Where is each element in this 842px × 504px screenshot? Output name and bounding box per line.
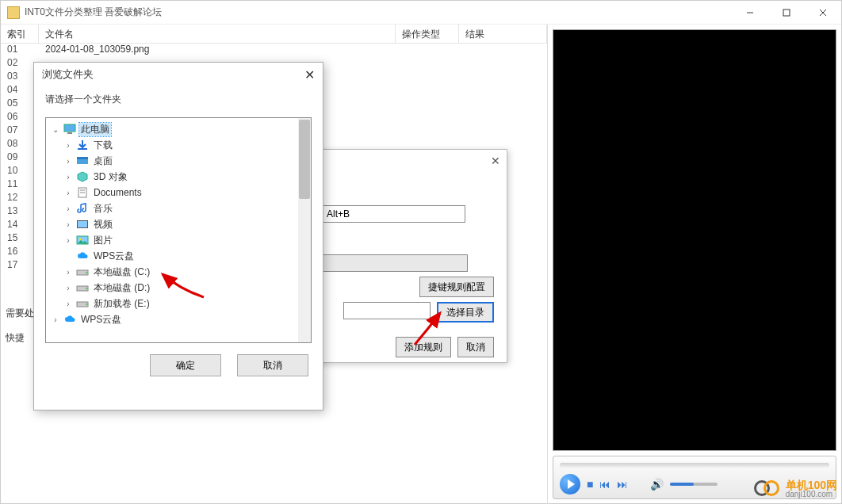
drive-icon [76,298,89,309]
col-op[interactable]: 操作类型 [396,25,459,43]
tree-node[interactable]: ›图片 [46,232,311,248]
seek-slider[interactable] [560,463,829,468]
row-filename: 2024-01-08_103059.png [39,44,547,57]
app-icon [7,6,20,19]
prev-icon[interactable]: ⏮ [599,478,610,491]
hotkey-input[interactable] [323,205,465,223]
tree-node-label: 本地磁盘 (D:) [92,281,151,295]
3d-icon [76,171,89,182]
folder-tree[interactable]: ⌄此电脑›下载›桌面›3D 对象›Documents›音乐›视频›图片WPS云盘… [45,117,312,343]
add-rule-button[interactable]: 添加规则 [396,337,451,357]
tree-node[interactable]: ›本地磁盘 (C:) [46,264,311,280]
tree-node[interactable]: ›Documents [46,185,311,200]
tree-node-label: WPS云盘 [92,250,136,263]
tree-node-label: 视频 [92,218,114,231]
rule-config-button[interactable]: 捷键规则配置 [419,277,494,297]
tree-node[interactable]: WPS云盘 [46,248,311,264]
cloud-icon [63,314,76,325]
watermark: 单机100网 danji100.com [754,479,837,499]
preview-viewport[interactable] [553,29,836,451]
svg-rect-5 [67,132,72,134]
folder-ok-button[interactable]: 确定 [150,354,221,376]
tree-node[interactable]: ›3D 对象 [46,169,311,185]
rule-dialog-close-icon[interactable]: ✕ [491,155,500,167]
rule-cancel-button[interactable]: 取消 [457,337,494,357]
tree-expand-icon[interactable]: › [63,204,73,213]
folder-cancel-button[interactable]: 取消 [237,354,308,376]
tree-node-label: 下载 [92,139,114,152]
folder-dialog-title: 浏览文件夹 [42,67,94,82]
tree-expand-icon[interactable]: › [63,268,73,277]
tree-expand-icon[interactable]: › [63,284,73,292]
minimize-button[interactable] [732,1,768,25]
tree-node[interactable]: ›音乐 [46,200,311,216]
tree-expand-icon[interactable]: › [51,315,60,324]
svg-point-21 [86,304,87,305]
tree-node-label: 新加载卷 (E:) [92,297,151,311]
tree-node-label: 此电脑 [79,123,111,136]
label-shortcut: 快捷 [6,331,34,345]
tree-node[interactable]: ›本地磁盘 (D:) [46,280,311,296]
svg-point-17 [86,272,87,273]
row-index: 01 [1,44,39,57]
close-icon [819,9,827,17]
svg-rect-1 [783,10,790,16]
tree-node-label: 本地磁盘 (C:) [92,265,151,279]
tree-node[interactable]: ›下载 [46,137,311,153]
desktop-icon [76,155,89,166]
svg-rect-13 [78,221,87,227]
watermark-logo-icon [754,479,781,499]
folder-dialog-close-icon[interactable]: ✕ [304,67,315,82]
volume-slider[interactable] [670,483,718,486]
tree-expand-icon[interactable]: ⌄ [51,125,60,134]
col-name[interactable]: 文件名 [39,25,396,43]
rule-select[interactable] [323,254,468,272]
stop-icon[interactable]: ■ [587,478,593,491]
drive-icon [76,266,89,277]
tree-node[interactable]: ⌄此电脑 [46,121,311,137]
label-need-process: 需要处 [6,307,34,320]
file-row[interactable]: 012024-01-08_103059.png [1,44,547,57]
close-button[interactable] [805,1,841,25]
svg-point-19 [86,288,87,289]
tree-node-label: 3D 对象 [92,170,129,184]
download-icon [76,139,89,151]
col-result[interactable]: 结果 [459,25,547,43]
tree-expand-icon[interactable]: › [63,189,73,197]
tree-expand-icon[interactable]: › [63,220,73,229]
tree-scrollbar[interactable] [298,118,311,342]
drive-icon [76,282,89,293]
volume-icon[interactable]: 🔊 [650,478,664,491]
rule-dialog-titlebar: ✕ [314,150,507,172]
doc-icon [76,187,89,198]
titlebar: INT0文件分类整理 吾爱破解论坛 [1,1,841,25]
folder-dialog-buttons: 确定 取消 [34,343,323,388]
tree-node[interactable]: ›WPS云盘 [46,311,311,327]
minimize-icon [746,9,754,17]
tree-node[interactable]: ›新加载卷 (E:) [46,296,311,311]
tree-node[interactable]: ›视频 [46,216,311,232]
tree-node-label: 图片 [92,234,114,247]
tree-expand-icon[interactable]: › [63,173,73,181]
window-controls [732,1,841,25]
next-icon[interactable]: ⏭ [617,478,628,491]
folder-dialog-titlebar: 浏览文件夹 ✕ [34,63,323,86]
tree-expand-icon[interactable]: › [63,141,73,150]
folder-dialog-subtitle: 请选择一个文件夹 [34,86,323,117]
file-table-header: 索引 文件名 操作类型 结果 [1,25,547,44]
play-button[interactable] [560,474,580,494]
directory-input[interactable] [343,302,431,319]
watermark-en: danji100.com [786,491,837,498]
maximize-button[interactable] [768,1,805,25]
svg-rect-8 [77,157,88,159]
tree-expand-icon[interactable]: › [63,157,73,166]
col-index[interactable]: 索引 [1,25,39,43]
select-directory-button[interactable]: 选择目录 [437,302,494,323]
cloud-icon [76,250,89,262]
tree-expand-icon[interactable]: › [63,236,73,245]
tree-node[interactable]: ›桌面 [46,153,311,169]
video-icon [76,219,89,230]
rule-dialog: ✕ 捷键规则配置 选择目录 添加规则 取消 [313,149,507,363]
tree-scrollbar-thumb[interactable] [299,120,310,199]
tree-expand-icon[interactable]: › [63,300,73,308]
